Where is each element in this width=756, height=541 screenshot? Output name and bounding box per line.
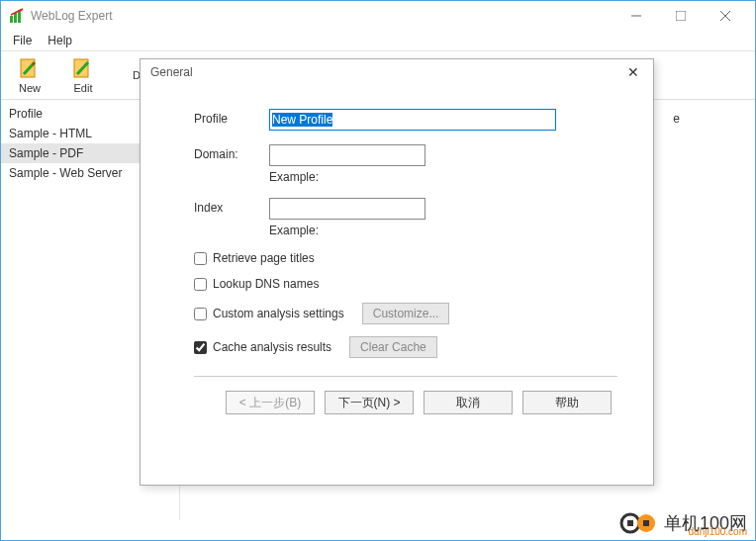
domain-input[interactable]: [269, 144, 425, 166]
dialog-body: Profile New Profile Domain: Example: Ind…: [141, 85, 653, 424]
column-header-fragment: e: [673, 112, 680, 126]
customize-button[interactable]: Customize...: [362, 303, 450, 324]
dns-row: Lookup DNS names: [194, 277, 617, 291]
profile-label: Profile: [194, 109, 269, 126]
index-input[interactable]: [269, 198, 425, 220]
watermark: 单机100网 danji100.com: [618, 510, 747, 536]
cache-checkbox[interactable]: [194, 341, 207, 354]
svg-rect-5: [676, 11, 686, 21]
window-title: WebLog Expert: [31, 9, 614, 23]
menu-help[interactable]: Help: [42, 32, 78, 49]
index-example: Example:: [269, 224, 617, 237]
maximize-button[interactable]: [658, 2, 703, 30]
svg-rect-15: [643, 520, 649, 526]
help-button[interactable]: 帮助: [522, 391, 612, 414]
watermark-url: danji100.com: [689, 526, 747, 537]
toolbar-new-label: New: [19, 82, 41, 94]
minimize-button[interactable]: [614, 2, 658, 30]
close-button[interactable]: [703, 2, 747, 30]
svg-rect-1: [14, 13, 17, 23]
index-label: Index: [194, 198, 269, 215]
dialog-separator: [194, 376, 617, 377]
custom-checkbox[interactable]: [194, 308, 207, 320]
toolbar-edit-label: Edit: [74, 82, 93, 94]
custom-row: Custom analysis settings Customize...: [194, 303, 617, 324]
profile-input[interactable]: New Profile: [269, 109, 556, 131]
dialog-titlebar: General ✕: [141, 59, 653, 85]
edit-icon: [71, 56, 95, 80]
domain-label: Domain:: [194, 144, 269, 161]
menu-file[interactable]: File: [7, 32, 38, 49]
profile-input-value: New Profile: [272, 113, 332, 127]
next-button[interactable]: 下一页(N) >: [325, 391, 414, 414]
back-button[interactable]: < 上一步(B): [226, 391, 315, 414]
toolbar-new[interactable]: New: [9, 56, 50, 94]
retrieve-checkbox[interactable]: [194, 252, 207, 265]
toolbar-edit[interactable]: Edit: [62, 56, 104, 94]
domain-row: Domain: Example:: [194, 144, 617, 184]
dns-checkbox[interactable]: [194, 278, 207, 291]
svg-rect-14: [627, 520, 633, 526]
svg-rect-0: [10, 16, 13, 23]
menubar: File Help: [1, 31, 755, 50]
clear-cache-button[interactable]: Clear Cache: [349, 336, 437, 358]
retrieve-row: Retrieve page titles: [194, 251, 617, 265]
dialog-title-text: General: [150, 65, 193, 79]
cache-row: Cache analysis results Clear Cache: [194, 336, 617, 358]
domain-example: Example:: [269, 170, 617, 184]
custom-label: Custom analysis settings: [213, 307, 344, 320]
watermark-logo-icon: [618, 510, 658, 536]
new-icon: [18, 56, 42, 80]
profile-row: Profile New Profile: [194, 109, 617, 131]
retrieve-label: Retrieve page titles: [213, 251, 315, 265]
dialog-buttons: < 上一步(B) 下一页(N) > 取消 帮助: [194, 391, 617, 414]
cancel-button[interactable]: 取消: [424, 391, 513, 414]
titlebar: WebLog Expert: [1, 1, 755, 31]
dns-label: Lookup DNS names: [213, 277, 319, 291]
index-row: Index Example:: [194, 198, 617, 237]
general-dialog: General ✕ Profile New Profile Domain: Ex…: [140, 58, 654, 486]
cache-label: Cache analysis results: [213, 340, 331, 354]
dialog-close-button[interactable]: ✕: [623, 64, 643, 80]
app-icon: [9, 8, 25, 24]
